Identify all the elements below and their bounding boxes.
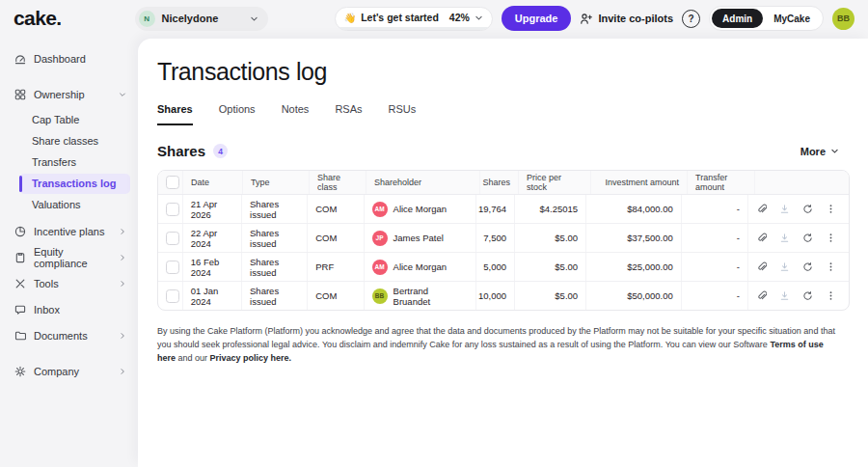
sidebar-item-cap-table[interactable]: Cap Table	[0, 110, 130, 130]
shareholder-name: Bertrand Bruandet	[393, 286, 468, 307]
attachment-icon[interactable]	[756, 204, 767, 214]
tab-rsus[interactable]: RSUs	[389, 103, 417, 125]
toggle-mycake-option[interactable]: MyCake	[763, 14, 821, 24]
download-icon[interactable]	[779, 261, 790, 272]
privacy-policy-link[interactable]: Privacy policy here.	[210, 353, 292, 363]
sidebar-item-incentive-plans[interactable]: Incentive plans	[0, 221, 138, 242]
select-all-checkbox[interactable]	[166, 176, 179, 189]
cell-type: Shares issued	[242, 282, 308, 310]
sidebar-item-valuations[interactable]: Valuations	[0, 195, 130, 215]
person-plus-icon	[580, 13, 592, 25]
download-icon[interactable]	[779, 233, 790, 243]
cell-transfer: -	[682, 224, 748, 252]
chevron-right-icon	[119, 280, 126, 288]
cell-share-class: COM	[308, 195, 364, 223]
chevron-down-icon	[250, 14, 258, 23]
cell-shares: 7,500	[476, 224, 515, 252]
transactions-table: Date Type Share class Shareholder Shares…	[157, 170, 850, 311]
sidebar-item-transfers[interactable]: Transfers	[0, 152, 130, 173]
cell-transfer: -	[682, 253, 748, 281]
tab-shares[interactable]: Shares	[157, 103, 193, 125]
cell-shares: 10,000	[476, 282, 515, 310]
shares-count-badge: 4	[213, 144, 228, 158]
chevron-down-icon	[475, 14, 483, 22]
column-header-price[interactable]: Price per stock	[519, 171, 591, 194]
column-header-share-class[interactable]: Share class	[310, 171, 366, 194]
more-button-label: More	[800, 146, 826, 157]
sidebar-item-ownership[interactable]: Ownership	[0, 84, 138, 105]
sidebar-item-equity-compliance[interactable]: Equity compliance	[0, 247, 138, 268]
attachment-icon[interactable]	[756, 233, 767, 243]
row-checkbox[interactable]	[166, 203, 179, 216]
cell-investment: $25,000.00	[586, 253, 682, 281]
page-title: Transactions log	[157, 58, 868, 86]
kebab-menu-icon[interactable]	[826, 290, 836, 301]
column-header-transfer[interactable]: Transfer amount	[688, 171, 755, 194]
sidebar-item-inbox[interactable]: Inbox	[0, 299, 138, 320]
dashboard-icon	[14, 53, 26, 65]
row-checkbox[interactable]	[166, 261, 179, 274]
sidebar-item-share-classes[interactable]: Share classes	[0, 131, 130, 151]
cell-transfer: -	[682, 195, 748, 223]
refresh-icon[interactable]	[802, 233, 813, 243]
tab-notes[interactable]: Notes	[282, 103, 310, 125]
upgrade-button[interactable]: Upgrade	[502, 6, 572, 31]
cell-transfer: -	[682, 282, 748, 310]
sidebar-item-company[interactable]: Company	[0, 361, 138, 382]
refresh-icon[interactable]	[802, 204, 813, 214]
cell-date: 01 Jan 2024	[183, 282, 242, 310]
column-header-type[interactable]: Type	[243, 171, 310, 194]
pie-chart-icon	[14, 226, 26, 237]
user-avatar[interactable]: BB	[832, 8, 854, 30]
cell-investment: $37,500.00	[586, 224, 682, 252]
sidebar-item-label: Tools	[34, 278, 111, 289]
column-header-actions	[755, 171, 849, 194]
shareholder-name: Alice Morgan	[393, 261, 447, 272]
table-row: 21 Apr 2026 Shares issued COM AM Alice M…	[158, 195, 849, 224]
download-icon[interactable]	[779, 204, 790, 214]
sidebar-item-tools[interactable]: Tools	[0, 273, 138, 294]
section-header: Shares 4 More	[157, 143, 868, 159]
sidebar-item-label: Ownership	[34, 89, 111, 100]
attachment-icon[interactable]	[756, 261, 767, 272]
help-icon[interactable]: ?	[682, 10, 700, 28]
column-header-investment[interactable]: Investment amount	[591, 171, 688, 194]
onboarding-progress-button[interactable]: 👋 Let's get started 42%	[335, 7, 493, 31]
attachment-icon[interactable]	[756, 290, 767, 301]
invite-copilots-button[interactable]: Invite co-pilots	[580, 13, 673, 25]
download-icon[interactable]	[779, 290, 790, 301]
column-header-shares[interactable]: Shares	[480, 171, 519, 194]
row-checkbox[interactable]	[166, 232, 179, 245]
chevron-down-icon	[119, 91, 126, 98]
kebab-menu-icon[interactable]	[826, 233, 836, 243]
cell-actions	[748, 253, 849, 281]
column-header-date[interactable]: Date	[183, 171, 243, 194]
sidebar-item-dashboard[interactable]: Dashboard	[0, 48, 138, 69]
shareholder-avatar: AM	[372, 260, 388, 275]
tab-options[interactable]: Options	[219, 103, 256, 125]
tab-rsas[interactable]: RSAs	[335, 103, 362, 125]
refresh-icon[interactable]	[802, 261, 813, 272]
sidebar-item-documents[interactable]: Documents	[0, 325, 138, 346]
cake-logo: cake.	[14, 7, 62, 30]
cell-price: $4.25015	[515, 195, 586, 223]
column-header-shareholder[interactable]: Shareholder	[366, 171, 480, 194]
cell-investment: $84,000.00	[586, 195, 682, 223]
grid-icon	[14, 89, 26, 100]
more-button[interactable]: More	[795, 145, 845, 158]
chevron-right-icon	[119, 368, 126, 375]
chevron-down-icon	[830, 147, 839, 155]
refresh-icon[interactable]	[802, 290, 813, 301]
cell-shareholder: JP James Patel	[365, 224, 476, 252]
toggle-admin-option[interactable]: Admin	[712, 9, 763, 28]
row-checkbox[interactable]	[166, 289, 179, 303]
sidebar-item-label: Incentive plans	[34, 226, 111, 237]
cell-share-class: COM	[308, 282, 364, 310]
shareholder-name: James Patel	[393, 233, 444, 243]
sidebar-item-transactions-log[interactable]: Transactions log	[19, 174, 130, 194]
cell-share-class: COM	[308, 224, 364, 252]
kebab-menu-icon[interactable]	[826, 261, 836, 272]
company-selector[interactable]: N Nicelydone	[135, 7, 268, 31]
kebab-menu-icon[interactable]	[826, 204, 836, 214]
cell-shareholder: AM Alice Morgan	[365, 253, 476, 281]
